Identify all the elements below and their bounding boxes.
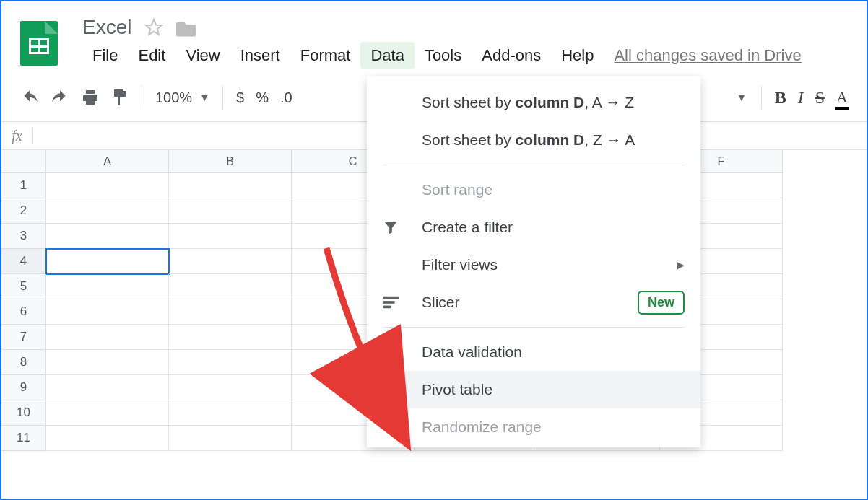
data-menu-dropdown: Sort sheet by column D, A → Z Sort sheet… [367, 76, 700, 447]
cell[interactable] [169, 350, 292, 375]
redo-button[interactable] [45, 84, 75, 111]
column-header[interactable]: A [46, 150, 169, 173]
svg-rect-2 [383, 301, 395, 304]
cell[interactable] [46, 350, 169, 375]
menu-randomize-range: Randomize range [367, 408, 700, 446]
menu-addons[interactable]: Add-ons [472, 42, 551, 69]
move-to-folder-icon[interactable] [176, 18, 198, 37]
cell[interactable] [46, 426, 169, 451]
row-header[interactable]: 3 [1, 224, 46, 249]
menu-sort-range: Sort range [367, 171, 700, 209]
menu-sort-za[interactable]: Sort sheet by column D, Z → A [367, 121, 700, 159]
row-header[interactable]: 1 [1, 173, 46, 198]
cell[interactable] [169, 224, 292, 249]
menu-edit[interactable]: Edit [128, 42, 175, 69]
new-badge: New [638, 291, 685, 315]
cell[interactable] [46, 224, 169, 249]
slicer-icon [383, 296, 422, 309]
row-header[interactable]: 5 [1, 274, 46, 299]
menu-sort-az[interactable]: Sort sheet by column D, A → Z [367, 84, 700, 121]
decrease-decimal-button[interactable]: .0 [274, 84, 298, 111]
toolbar-separator [761, 86, 762, 109]
doc-title[interactable]: Excel [82, 16, 131, 39]
select-all-corner[interactable] [1, 150, 46, 173]
row-header[interactable]: 6 [1, 299, 46, 325]
menu-data[interactable]: Data [360, 42, 414, 69]
menu-tools[interactable]: Tools [415, 42, 472, 69]
cell[interactable] [46, 400, 169, 426]
bold-button[interactable]: B [769, 84, 792, 111]
svg-rect-3 [383, 306, 391, 309]
print-button[interactable] [75, 84, 105, 111]
undo-button[interactable] [14, 84, 45, 111]
row-header[interactable]: 11 [1, 426, 46, 451]
cell[interactable] [169, 400, 292, 426]
text-color-button[interactable]: A [830, 84, 854, 111]
font-size-dropdown-icon[interactable]: ▼ [737, 92, 747, 103]
cell[interactable] [46, 198, 169, 224]
row-header[interactable]: 2 [1, 198, 46, 224]
title-bar: Excel File Edit View Insert Format Data … [1, 1, 867, 69]
italic-button[interactable]: I [792, 84, 810, 111]
menu-insert[interactable]: Insert [230, 42, 290, 69]
zoom-select[interactable]: 100%▼ [149, 84, 215, 111]
paint-format-button[interactable] [105, 84, 134, 111]
menu-pivot-table[interactable]: Pivot table [367, 371, 700, 408]
cell[interactable] [169, 249, 292, 274]
menu-help[interactable]: Help [551, 42, 604, 69]
row-header[interactable]: 4 [1, 249, 46, 274]
menu-format[interactable]: Format [290, 42, 361, 69]
cell[interactable] [169, 274, 292, 299]
save-status[interactable]: All changes saved in Drive [614, 46, 801, 65]
menu-data-validation[interactable]: Data validation [367, 333, 700, 371]
cell[interactable] [46, 299, 169, 325]
row-header[interactable]: 7 [1, 325, 46, 350]
row-header[interactable]: 8 [1, 350, 46, 375]
cell[interactable] [46, 325, 169, 350]
svg-marker-0 [147, 19, 162, 35]
menu-view[interactable]: View [175, 42, 230, 69]
format-currency-button[interactable]: $ [230, 84, 250, 111]
cell[interactable] [169, 375, 292, 400]
row-header[interactable]: 9 [1, 375, 46, 400]
column-header[interactable]: B [169, 150, 292, 173]
toolbar-separator [142, 86, 142, 109]
cell[interactable] [169, 198, 292, 224]
chevron-right-icon: ▶ [677, 259, 685, 271]
cell[interactable] [169, 173, 292, 198]
cell[interactable] [169, 426, 292, 451]
svg-rect-1 [383, 297, 399, 299]
format-percent-button[interactable]: % [250, 84, 274, 111]
menu-create-filter[interactable]: Create a filter [367, 209, 700, 246]
star-icon[interactable] [144, 18, 163, 37]
menu-slicer[interactable]: Slicer New [367, 284, 700, 321]
toolbar-separator [222, 86, 223, 109]
menu-file[interactable]: File [82, 42, 128, 69]
cell[interactable] [46, 173, 169, 198]
cell[interactable] [46, 274, 169, 299]
cell[interactable] [169, 299, 292, 325]
menu-filter-views[interactable]: Filter views ▶ [367, 246, 700, 284]
cell[interactable] [46, 249, 169, 274]
sheets-logo-icon [20, 17, 58, 66]
cell[interactable] [169, 325, 292, 350]
app-frame: Excel File Edit View Insert Format Data … [0, 0, 868, 500]
strikethrough-button[interactable]: S [810, 84, 830, 111]
fx-label: fx [1, 128, 33, 144]
filter-icon [383, 219, 422, 235]
row-header[interactable]: 10 [1, 400, 46, 426]
menu-bar: File Edit View Insert Format Data Tools … [82, 42, 802, 69]
cell[interactable] [46, 375, 169, 400]
